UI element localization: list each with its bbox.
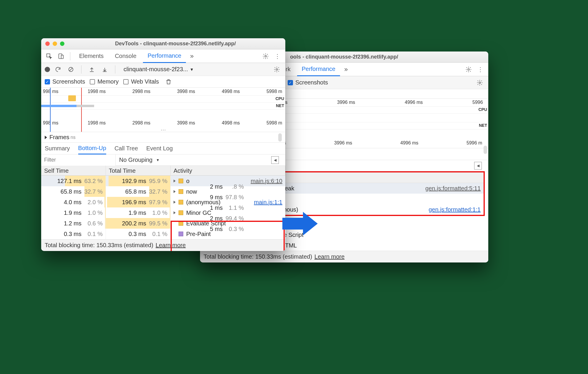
activity-name: o [186, 178, 189, 184]
learn-more-link[interactable]: Learn more [156, 242, 186, 249]
svg-point-7 [276, 69, 278, 70]
source-link[interactable]: main.js:6:10 [251, 178, 282, 184]
chevron-right-icon [174, 232, 176, 235]
color-swatch [179, 200, 183, 205]
source-link[interactable]: gen.js:formatted:5:11 [425, 185, 481, 192]
download-icon[interactable] [100, 64, 110, 74]
checkbox-icon [123, 79, 129, 84]
tab-event-log[interactable]: Event Log [146, 143, 173, 154]
table-row[interactable]: 0.3 ms0.1 %0.3 ms0.1 %Pre-Paint [41, 229, 285, 239]
gear-icon[interactable] [475, 78, 485, 88]
chevron-right-icon [174, 211, 176, 214]
tab-console[interactable]: Console [110, 49, 141, 63]
scrollbar-thumb[interactable] [484, 146, 487, 154]
source-link[interactable]: gen.js:formatted:1:1 [429, 206, 481, 213]
table-row[interactable]: 1.9 ms1.0 %1.9 ms1.0 %Minor GC [41, 207, 285, 218]
screenshots-checkbox[interactable]: ✓Screenshots [288, 79, 328, 86]
device-toggle-icon[interactable] [56, 51, 66, 61]
activity-name: Minor GC [186, 210, 211, 216]
footer: Total blocking time: 150.33ms (estimated… [200, 251, 488, 262]
options-row: ✓Screenshots Memory Web Vitals [41, 76, 285, 88]
activity-name: Pre-Paint [186, 231, 211, 237]
reload-icon[interactable] [53, 64, 63, 74]
memory-checkbox[interactable]: Memory [90, 78, 119, 85]
svg-rect-4 [61, 55, 63, 59]
record-toolbar: clinquant-mousse-2f23...▼ [41, 63, 285, 76]
chevron-right-icon [45, 136, 47, 139]
minimize-icon[interactable] [53, 41, 57, 46]
sidebar-toggle-icon[interactable] [474, 162, 482, 169]
grouping-select[interactable]: No Grouping [119, 157, 152, 163]
source-link[interactable]: main.js:1:1 [254, 199, 282, 206]
col-total-time[interactable]: Total Time [106, 166, 171, 175]
traffic-lights [45, 41, 64, 46]
screenshots-checkbox[interactable]: ✓Screenshots [45, 78, 85, 85]
close-icon[interactable] [45, 41, 50, 46]
chevron-right-icon [174, 179, 176, 182]
table-row[interactable]: 4.0 ms2.0 %196.9 ms97.9 %(anonymous)main… [41, 197, 285, 207]
record-button[interactable] [45, 67, 50, 72]
col-self-time[interactable]: Self Time [41, 166, 106, 175]
chevron-down-icon: ▼ [190, 67, 194, 72]
color-swatch [179, 232, 183, 236]
footer: Total blocking time: 150.33ms (estimated… [41, 239, 285, 251]
arrow-annotation [282, 212, 318, 235]
color-swatch [179, 221, 183, 226]
checkbox-icon: ✓ [288, 80, 293, 85]
trash-icon[interactable] [164, 77, 174, 87]
site-dropdown[interactable]: clinquant-mousse-2f23...▼ [121, 66, 197, 73]
gear-icon[interactable] [261, 51, 271, 61]
tab-performance[interactable]: Performance [143, 49, 186, 63]
more-tabs-icon[interactable]: » [190, 52, 194, 60]
timeline-overview[interactable]: 998 ms1998 ms2998 ms3998 ms4998 ms5998 m… [41, 88, 285, 132]
filter-input[interactable] [41, 154, 116, 166]
tab-bottom-up[interactable]: Bottom-Up [78, 143, 106, 154]
filter-row: No Grouping▼ [41, 154, 285, 166]
chevron-right-icon [174, 222, 176, 225]
table-header: Self Time Total Time Activity [41, 166, 285, 176]
col-activity[interactable]: Activity [171, 166, 285, 175]
gear-icon[interactable] [464, 64, 474, 74]
window-title: DevTools - clinquant-mousse-2f2396.netli… [70, 41, 281, 47]
chevron-right-icon [174, 190, 176, 193]
svg-point-0 [468, 69, 469, 70]
color-swatch [179, 189, 183, 194]
chevron-down-icon: ▼ [156, 158, 159, 162]
upload-icon[interactable] [87, 64, 97, 74]
detail-tabs: Summary Bottom-Up Call Tree Event Log [41, 143, 285, 154]
titlebar: DevTools - clinquant-mousse-2f2396.netli… [41, 38, 285, 49]
tab-strip: Elements Console Performance » ⋮ [41, 49, 285, 63]
kebab-icon[interactable]: ⋮ [272, 51, 282, 61]
svg-point-1 [479, 82, 481, 84]
inspect-icon[interactable] [44, 51, 54, 61]
tab-performance[interactable]: Performance [297, 63, 340, 76]
checkbox-icon: ✓ [45, 79, 50, 84]
maximize-icon[interactable] [60, 41, 64, 46]
tab-call-tree[interactable]: Call Tree [114, 143, 138, 154]
scrollbar-thumb[interactable] [278, 133, 282, 142]
devtools-window-left: DevTools - clinquant-mousse-2f2396.netli… [41, 38, 285, 251]
learn-more-link[interactable]: Learn more [314, 253, 344, 260]
table-row[interactable]: 127.1 ms63.2 %192.9 ms95.9 %omain.js:6:1… [41, 176, 285, 186]
table-row[interactable]: 65.8 ms32.7 %65.8 ms32.7 %now [41, 186, 285, 197]
kebab-icon[interactable]: ⋮ [475, 64, 485, 74]
gear-icon[interactable] [272, 64, 282, 74]
checkbox-icon [90, 79, 95, 84]
svg-point-5 [265, 55, 266, 57]
more-tabs-icon[interactable]: » [344, 66, 348, 73]
sidebar-toggle-icon[interactable] [271, 156, 279, 164]
frames-row[interactable]: Frames ns [41, 132, 285, 143]
activity-name: now [186, 188, 197, 195]
tab-elements[interactable]: Elements [74, 49, 108, 63]
chevron-right-icon [174, 201, 176, 204]
web-vitals-checkbox[interactable]: Web Vitals [123, 78, 159, 85]
clear-icon[interactable] [66, 64, 76, 74]
color-swatch [179, 210, 183, 215]
color-swatch [179, 179, 183, 183]
tab-summary[interactable]: Summary [45, 143, 70, 154]
table-row[interactable]: 1.2 ms0.6 %200.2 ms99.5 %Evaluate Script [41, 218, 285, 229]
